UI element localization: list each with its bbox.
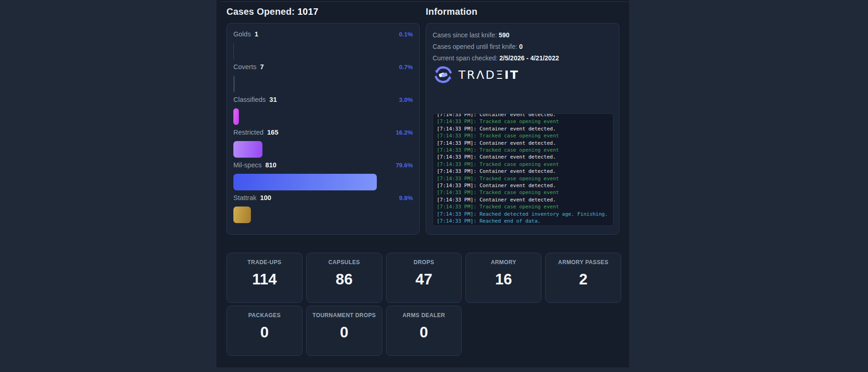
content-column: Cases Opened: 1017 Golds 1 0.1% Coverts … — [216, 0, 629, 367]
rarity-bar-track — [233, 108, 413, 125]
bar-group-classifieds: Classifieds 31 3.0% — [233, 96, 413, 125]
info-stat-label: Current span checked: — [433, 54, 498, 62]
stat-card-armory: ARMORY 16 — [465, 253, 541, 303]
cases-opened-label: Cases Opened: — [226, 6, 295, 17]
info-stat-value: 2/5/2026 - 4/21/2022 — [499, 54, 559, 62]
stat-card-label: PACKAGES — [227, 312, 302, 319]
rarity-bar-track — [233, 207, 413, 223]
bar-label: Mil-specs — [233, 161, 262, 169]
bar-percent: 0.1% — [399, 31, 413, 38]
stats-grid: TRADE-UPS 114 CAPSULES 86 DROPS 47 ARMOR… — [226, 253, 621, 356]
stat-card-value: 2 — [546, 271, 621, 288]
rarity-bar-track — [233, 76, 413, 92]
stat-card-value: 47 — [386, 271, 462, 288]
log-line: [7:14:33 PM]: Container event detected. — [437, 182, 613, 189]
cases-opened-title: Cases Opened: 1017 — [226, 6, 318, 17]
log-line: [7:14:33 PM]: Tracked case opening event — [437, 147, 613, 154]
rarity-bar-fill — [233, 76, 235, 92]
stat-card-label: TRADE-UPS — [227, 259, 302, 266]
stat-card-value: 114 — [227, 271, 302, 288]
bar-label: Stattrak — [233, 194, 256, 201]
bar-percent: 79.6% — [396, 162, 413, 169]
bar-count: 100 — [260, 194, 271, 201]
rarity-bar-track — [233, 174, 413, 190]
stat-card-value: 0 — [307, 324, 382, 341]
log-line: [7:14:33 PM]: Tracked case opening event — [437, 118, 613, 125]
page-background: Cases Opened: 1017 Golds 1 0.1% Coverts … — [0, 0, 868, 372]
info-stat-row: Cases since last knife: 590 — [433, 30, 612, 41]
log-line: [7:14:33 PM]: Container event detected. — [437, 140, 613, 147]
bar-count: 165 — [267, 129, 278, 136]
bar-count: 31 — [269, 96, 277, 103]
log-line: [7:14:33 PM]: Tracked case opening event — [437, 161, 613, 168]
bar-group-coverts: Coverts 7 0.7% — [233, 63, 413, 92]
stat-card-value: 16 — [466, 271, 541, 288]
rarity-bar-fill — [233, 207, 251, 223]
tradeit-logo: TRΛDΞIT — [433, 64, 519, 85]
stat-card-drops: DROPS 47 — [386, 253, 462, 303]
stat-card-value: 86 — [307, 271, 382, 288]
info-stat-value: 590 — [499, 31, 509, 39]
bar-group-golds: Golds 1 0.1% — [233, 30, 413, 59]
info-stat-row: Current span checked: 2/5/2026 - 4/21/20… — [433, 53, 612, 64]
log-line: [7:14:33 PM]: Container event detected. — [437, 168, 613, 175]
stat-card-value: 0 — [227, 324, 302, 341]
stat-card-label: ARMORY PASSES — [546, 259, 621, 266]
bar-label: Restricted — [233, 129, 263, 136]
stat-card-label: DROPS — [386, 259, 462, 266]
stat-card-trade-ups: TRADE-UPS 114 — [226, 253, 303, 303]
bar-label: Golds — [233, 30, 251, 38]
stat-card-arms-dealer: ARMS DEALER 0 — [386, 306, 462, 356]
log-line: [7:14:33 PM]: Reached end of data. — [437, 218, 613, 224]
bar-count: 1 — [255, 30, 258, 38]
log-line: [7:14:33 PM]: Container event detected. — [437, 125, 613, 132]
rarity-bar-fill — [233, 174, 377, 190]
info-stat-row: Cases opened until first knife: 0 — [433, 41, 612, 53]
cases-opened-count: 1017 — [297, 6, 318, 17]
bar-percent: 9.8% — [399, 195, 413, 201]
bar-percent: 3.0% — [399, 96, 413, 103]
rarity-bar-track — [233, 141, 413, 158]
log-line: [7:14:33 PM]: Container event detected. — [437, 113, 613, 118]
rarity-bar-track — [233, 43, 413, 59]
log-line: [7:14:33 PM]: Reached detected inventory… — [437, 211, 613, 218]
info-stat-label: Cases since last knife: — [433, 31, 497, 39]
stat-card-tournament-drops: TOURNAMENT DROPS 0 — [306, 306, 382, 356]
top-divider — [221, 1, 629, 2]
log-line: [7:14:33 PM]: Tracked case opening event — [437, 203, 613, 210]
stat-card-label: CAPSULES — [307, 259, 382, 266]
stat-card-label: ARMORY — [466, 259, 541, 266]
trade-cycle-handshake-icon — [433, 64, 454, 85]
bar-percent: 16.2% — [396, 129, 413, 136]
bar-count: 7 — [260, 63, 264, 71]
log-line: [7:14:33 PM]: Tracked case opening event — [437, 132, 613, 139]
information-title: Information — [426, 6, 477, 17]
bar-label: Coverts — [233, 63, 256, 71]
bar-count: 810 — [265, 161, 276, 169]
log-console[interactable]: [7:14:33 PM]: Container event detected.[… — [433, 113, 613, 226]
bar-group-restricted: Restricted 165 16.2% — [233, 129, 413, 158]
rarity-panel: Golds 1 0.1% Coverts 7 0.7% Classifieds … — [226, 23, 420, 235]
bar-group-milspecs: Mil-specs 810 79.6% — [233, 161, 413, 190]
stat-card-packages: PACKAGES 0 — [226, 306, 303, 356]
log-lines: [7:14:33 PM]: Container event detected.[… — [437, 113, 613, 225]
log-line: [7:14:33 PM]: Tracked case opening event — [437, 189, 613, 196]
rarity-bar-fill — [233, 141, 262, 158]
log-line: [7:14:33 PM]: Container event detected. — [437, 196, 613, 203]
info-stats: Cases since last knife: 590 Cases opened… — [433, 30, 612, 64]
info-panel: Cases since last knife: 590 Cases opened… — [426, 23, 619, 235]
rarity-bar-fill — [233, 108, 239, 125]
stat-card-value: 0 — [386, 324, 462, 341]
stat-card-label: TOURNAMENT DROPS — [307, 312, 382, 319]
log-line: [7:14:33 PM]: Tracked case opening event — [437, 175, 613, 182]
stat-card-armory-passes: ARMORY PASSES 2 — [545, 253, 621, 303]
tradeit-wordmark: TRΛDΞIT — [458, 68, 519, 82]
bar-percent: 0.7% — [399, 64, 413, 71]
rarity-bar-fill — [233, 43, 234, 59]
stat-card-label: ARMS DEALER — [386, 312, 462, 319]
stat-card-capsules: CAPSULES 86 — [306, 253, 382, 303]
info-stat-value: 0 — [519, 43, 523, 50]
bar-label: Classifieds — [233, 96, 266, 103]
info-stat-label: Cases opened until first knife: — [433, 43, 517, 50]
log-line: [7:14:33 PM]: Container event detected. — [437, 154, 613, 160]
